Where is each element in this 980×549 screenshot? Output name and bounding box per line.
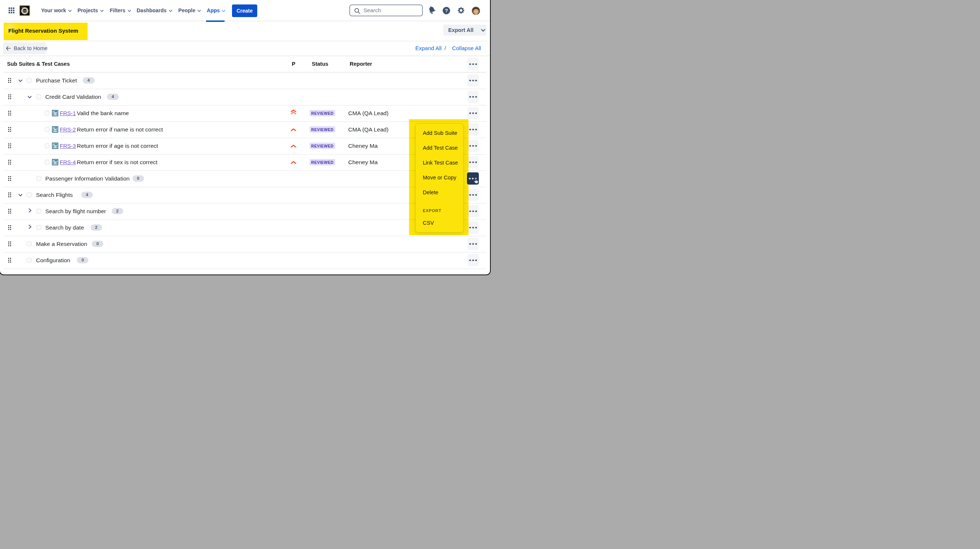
svg-text:Gf: Gf xyxy=(23,9,27,13)
svg-text:79F: 79F xyxy=(21,7,24,8)
svg-text:?: ? xyxy=(445,8,448,13)
